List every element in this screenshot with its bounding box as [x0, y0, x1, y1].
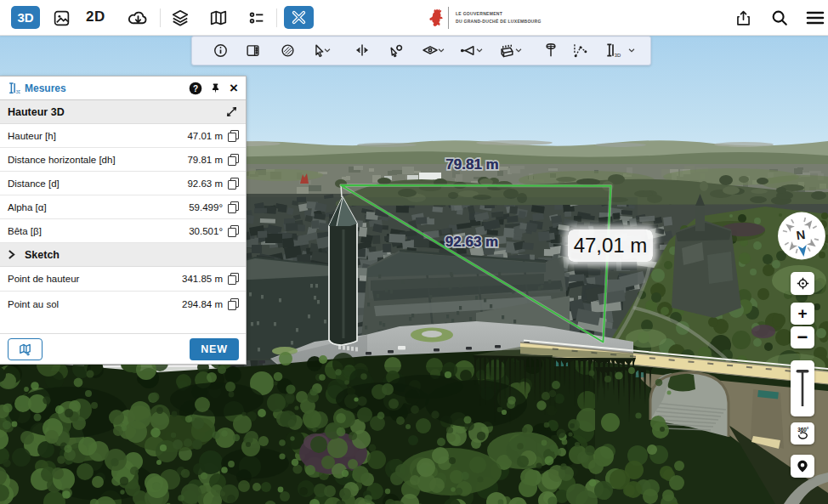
svg-text:?: ?	[193, 83, 198, 93]
svg-text:3D: 3D	[615, 53, 621, 58]
svg-text:N: N	[796, 228, 807, 242]
svg-text:79.81 m: 79.81 m	[445, 156, 498, 173]
svg-text:92.63 m: 92.63 m	[445, 234, 498, 250]
svg-text:360°: 360°	[797, 427, 809, 433]
svg-text:3D: 3D	[15, 89, 20, 94]
